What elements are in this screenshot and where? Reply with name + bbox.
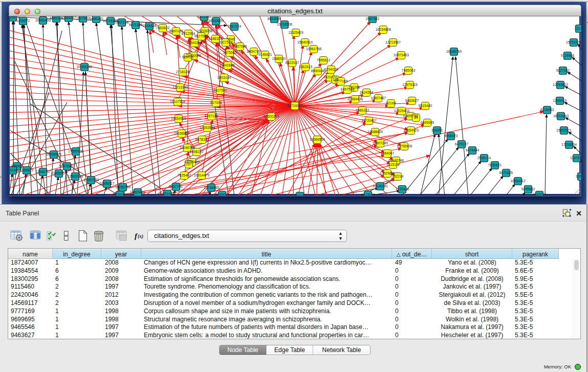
svg-text:1603380: 1603380 xyxy=(198,16,211,18)
svg-text:6322037: 6322037 xyxy=(286,61,299,64)
svg-text:11451914: 11451914 xyxy=(51,171,67,175)
svg-text:1244419: 1244419 xyxy=(553,99,567,102)
svg-text:16154808: 16154808 xyxy=(376,28,391,31)
svg-text:8215953: 8215953 xyxy=(540,108,554,112)
svg-text:157: 157 xyxy=(186,162,192,166)
svg-text:15718485: 15718485 xyxy=(204,186,219,189)
svg-text:8427552: 8427552 xyxy=(213,89,227,92)
svg-text:20206576: 20206576 xyxy=(46,152,61,156)
svg-text:62160: 62160 xyxy=(386,101,396,105)
svg-text:10654112: 10654112 xyxy=(510,179,526,183)
svg-text:9245652: 9245652 xyxy=(521,187,535,191)
svg-text:7485063: 7485063 xyxy=(402,69,416,72)
svg-text:1167533: 1167533 xyxy=(570,156,581,160)
svg-text:84: 84 xyxy=(414,116,418,119)
svg-text:9146821: 9146821 xyxy=(258,53,272,56)
svg-text:12942757: 12942757 xyxy=(35,170,51,173)
svg-text:18807249: 18807249 xyxy=(373,141,388,145)
svg-text:7955812: 7955812 xyxy=(317,58,331,62)
svg-text:1615112: 1615112 xyxy=(386,163,400,166)
svg-text:11325419: 11325419 xyxy=(288,31,303,34)
svg-text:8912954: 8912954 xyxy=(182,32,195,35)
svg-text:7986322: 7986322 xyxy=(356,108,369,112)
svg-text:8813054: 8813054 xyxy=(268,17,281,20)
svg-text:10973493: 10973493 xyxy=(394,53,409,57)
svg-text:15720407: 15720407 xyxy=(361,119,377,122)
svg-text:1156829: 1156829 xyxy=(20,168,33,172)
svg-text:8471626: 8471626 xyxy=(499,171,513,174)
svg-text:9242848: 9242848 xyxy=(221,63,235,67)
svg-text:9245012: 9245012 xyxy=(533,193,547,195)
svg-text:12353594: 12353594 xyxy=(200,126,215,129)
svg-text:19218506: 19218506 xyxy=(277,23,292,26)
svg-text:10025433: 10025433 xyxy=(394,109,409,113)
svg-text:6466160: 6466160 xyxy=(90,17,103,20)
svg-text:961245: 961245 xyxy=(294,194,306,195)
svg-text:10688609: 10688609 xyxy=(367,130,383,134)
svg-text:2867608: 2867608 xyxy=(233,45,247,48)
svg-text:252214: 252214 xyxy=(392,174,404,178)
svg-text:20691406: 20691406 xyxy=(35,18,51,22)
svg-text:9129966: 9129966 xyxy=(561,54,575,57)
svg-text:1527602: 1527602 xyxy=(76,16,90,20)
svg-text:9657791: 9657791 xyxy=(169,185,183,188)
svg-text:16046766: 16046766 xyxy=(180,146,195,149)
svg-text:9227342: 9227342 xyxy=(556,69,570,72)
svg-text:16120746: 16120746 xyxy=(388,159,404,162)
svg-text:1405572: 1405572 xyxy=(16,19,30,23)
svg-text:12213967: 12213967 xyxy=(385,40,401,44)
svg-text:16648764: 16648764 xyxy=(446,50,462,53)
svg-text:10961758: 10961758 xyxy=(306,47,321,51)
svg-text:19654923: 19654923 xyxy=(403,128,419,132)
svg-text:8186328: 8186328 xyxy=(209,37,223,40)
svg-text:835061: 835061 xyxy=(11,164,23,168)
svg-text:1667138: 1667138 xyxy=(115,20,129,24)
svg-text:1588520: 1588520 xyxy=(272,57,286,60)
svg-text:2087682: 2087682 xyxy=(366,17,380,20)
svg-text:9463627: 9463627 xyxy=(405,99,419,102)
svg-text:16033809: 16033809 xyxy=(208,19,224,23)
svg-text:9474444: 9474444 xyxy=(466,148,480,152)
svg-text:1498222: 1498222 xyxy=(190,150,204,154)
svg-text:7625402: 7625402 xyxy=(178,173,191,177)
svg-text:(x): (x) xyxy=(138,234,143,239)
svg-text:9084067: 9084067 xyxy=(381,151,395,155)
svg-text:8990448: 8990448 xyxy=(311,69,325,73)
svg-text:9671385: 9671385 xyxy=(129,23,143,27)
svg-text:7632621: 7632621 xyxy=(488,163,502,167)
svg-text:1733426: 1733426 xyxy=(396,187,409,191)
svg-text:15692971: 15692971 xyxy=(556,128,572,132)
svg-text:989012: 989012 xyxy=(182,55,194,59)
svg-text:8660124: 8660124 xyxy=(169,29,183,33)
svg-text:90975867: 90975867 xyxy=(59,164,75,168)
svg-text:7663822: 7663822 xyxy=(156,26,170,30)
svg-text:164051: 164051 xyxy=(431,128,443,132)
svg-text:12975115: 12975115 xyxy=(402,83,418,86)
svg-text:12923448: 12923448 xyxy=(130,190,145,194)
svg-text:12213383: 12213383 xyxy=(172,85,188,89)
svg-text:16210643: 16210643 xyxy=(553,114,569,118)
svg-text:9245012: 9245012 xyxy=(215,193,229,195)
svg-text:9827503: 9827503 xyxy=(194,34,208,38)
svg-text:10807487: 10807487 xyxy=(371,96,386,100)
svg-text:1362615: 1362615 xyxy=(299,65,313,69)
svg-text:16782759: 16782759 xyxy=(115,185,130,189)
svg-text:2935114: 2935114 xyxy=(477,156,491,160)
svg-text:9651442: 9651442 xyxy=(161,192,175,195)
svg-text:15226058: 15226058 xyxy=(197,29,212,33)
svg-text:9515440: 9515440 xyxy=(419,104,432,107)
svg-text:3624554: 3624554 xyxy=(360,91,374,94)
svg-text:12505135: 12505135 xyxy=(68,174,83,178)
svg-text:15751074: 15751074 xyxy=(566,40,581,44)
svg-text:7857224: 7857224 xyxy=(228,25,242,28)
svg-text:10653267: 10653267 xyxy=(61,16,76,19)
svg-text:6699695: 6699695 xyxy=(421,121,434,124)
svg-text:8878332: 8878332 xyxy=(195,138,209,141)
svg-text:18724007: 18724007 xyxy=(287,104,302,107)
svg-text:10756928: 10756928 xyxy=(397,144,412,148)
svg-text:3675685: 3675685 xyxy=(223,51,237,54)
svg-text:973124: 973124 xyxy=(114,193,126,195)
svg-text:120103: 120103 xyxy=(576,174,581,178)
svg-text:12093822: 12093822 xyxy=(553,83,568,86)
svg-text:15640910: 15640910 xyxy=(297,40,313,44)
